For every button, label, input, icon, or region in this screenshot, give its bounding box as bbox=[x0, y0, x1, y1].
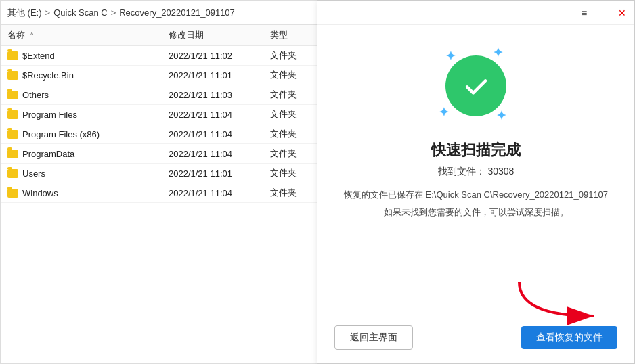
file-name: Users bbox=[22, 168, 45, 179]
table-row[interactable]: $Recycle.Bin 2022/1/21 11:01 文件夹 bbox=[1, 66, 331, 85]
file-name-cell: Program Files (x86) bbox=[7, 129, 169, 139]
menu-button[interactable]: ≡ bbox=[579, 7, 590, 18]
folder-icon bbox=[7, 130, 18, 139]
app-titlebar: ≡ — ✕ bbox=[318, 1, 634, 25]
breadcrumb-folder2[interactable]: Recovery_20220121_091107 bbox=[119, 7, 235, 18]
col-name[interactable]: 名称 ^ bbox=[7, 29, 169, 41]
file-modified: 2022/1/21 11:03 bbox=[169, 90, 270, 100]
table-row[interactable]: Program Files 2022/1/21 11:04 文件夹 bbox=[1, 105, 331, 124]
file-type: 文件夹 bbox=[270, 49, 324, 62]
file-modified: 2022/1/21 11:04 bbox=[169, 188, 270, 198]
folder-icon bbox=[7, 169, 18, 178]
file-name: $Extend bbox=[22, 51, 55, 61]
file-name-cell: Users bbox=[7, 168, 169, 179]
file-type: 文件夹 bbox=[270, 89, 324, 101]
file-modified: 2022/1/21 11:04 bbox=[169, 129, 270, 139]
file-table: 名称 ^ 修改日期 类型 $Extend 2022/1/21 11:02 文件夹… bbox=[1, 25, 331, 363]
app-footer: 返回主界面 查看恢复的文件 bbox=[318, 315, 634, 363]
checkmark-container: ✦ ✦ ✦ ✦ bbox=[435, 45, 517, 127]
table-row[interactable]: Users 2022/1/21 11:01 文件夹 bbox=[1, 164, 331, 183]
file-name: Program Files bbox=[22, 110, 77, 120]
table-row[interactable]: ProgramData 2022/1/21 11:04 文件夹 bbox=[1, 144, 331, 164]
table-row[interactable]: $Extend 2022/1/21 11:02 文件夹 bbox=[1, 46, 331, 66]
close-button[interactable]: ✕ bbox=[617, 7, 628, 18]
file-name-cell: ProgramData bbox=[7, 149, 169, 159]
file-name-cell: Program Files bbox=[7, 110, 169, 120]
found-count: 30308 bbox=[487, 166, 514, 177]
file-table-header: 名称 ^ 修改日期 类型 bbox=[1, 25, 331, 46]
file-modified: 2022/1/21 11:04 bbox=[169, 110, 270, 120]
file-name-cell: $Recycle.Bin bbox=[7, 70, 169, 81]
sort-arrow: ^ bbox=[30, 32, 34, 39]
minimize-button[interactable]: — bbox=[598, 7, 609, 18]
file-modified: 2022/1/21 11:04 bbox=[169, 149, 270, 159]
scan-complete-title: 快速扫描完成 bbox=[431, 140, 521, 160]
file-type: 文件夹 bbox=[270, 128, 324, 140]
breadcrumb-sep1: > bbox=[45, 7, 51, 18]
app-content: ✦ ✦ ✦ ✦ 快速扫描完成 找到文件： 30308 恢复的文件已保存在 E:\… bbox=[318, 25, 634, 315]
file-modified: 2022/1/21 11:01 bbox=[169, 168, 270, 179]
file-name: $Recycle.Bin bbox=[22, 70, 74, 81]
file-type: 文件夹 bbox=[270, 147, 324, 160]
col-type[interactable]: 类型 bbox=[270, 29, 324, 41]
folder-icon bbox=[7, 91, 18, 99]
file-type: 文件夹 bbox=[270, 108, 324, 120]
file-rows-container: $Extend 2022/1/21 11:02 文件夹 $Recycle.Bin… bbox=[1, 46, 331, 203]
file-type: 文件夹 bbox=[270, 69, 324, 81]
save-path-text: 恢复的文件已保存在 E:\Quick Scan C\Recovery_20220… bbox=[344, 189, 608, 201]
sparkle-2: ✦ bbox=[493, 45, 503, 60]
file-modified: 2022/1/21 11:01 bbox=[169, 70, 270, 81]
col-modified[interactable]: 修改日期 bbox=[169, 29, 270, 41]
app-panel: ≡ — ✕ ✦ ✦ ✦ ✦ 快速扫描完成 找到文件： 30308 恢复的文件已保… bbox=[317, 0, 635, 364]
file-explorer-panel: 其他 (E:) > Quick Scan C > Recovery_202201… bbox=[0, 0, 332, 364]
sparkle-3: ✦ bbox=[439, 105, 449, 120]
folder-icon bbox=[7, 110, 18, 119]
file-type: 文件夹 bbox=[270, 167, 324, 179]
file-name: Others bbox=[22, 90, 49, 100]
sparkle-1: ✦ bbox=[445, 49, 456, 64]
file-type: 文件夹 bbox=[270, 187, 324, 199]
table-row[interactable]: Others 2022/1/21 11:03 文件夹 bbox=[1, 85, 331, 105]
files-found-row: 找到文件： 30308 bbox=[438, 166, 514, 178]
back-button[interactable]: 返回主界面 bbox=[334, 325, 413, 350]
table-row[interactable]: Program Files (x86) 2022/1/21 11:04 文件夹 bbox=[1, 124, 331, 144]
folder-icon bbox=[7, 150, 18, 158]
breadcrumb: 其他 (E:) > Quick Scan C > Recovery_202201… bbox=[1, 1, 331, 25]
found-label: 找到文件： bbox=[438, 166, 485, 177]
deep-scan-hint: 如果未找到您需要的文件，可以尝试深度扫描。 bbox=[384, 206, 569, 219]
file-modified: 2022/1/21 11:02 bbox=[169, 51, 270, 61]
folder-icon bbox=[7, 71, 18, 80]
file-name-cell: Others bbox=[7, 90, 169, 100]
file-name: Program Files (x86) bbox=[22, 129, 100, 139]
sparkle-4: ✦ bbox=[496, 108, 506, 123]
breadcrumb-sep2: > bbox=[111, 7, 116, 18]
table-row[interactable]: Windows 2022/1/21 11:04 文件夹 bbox=[1, 183, 331, 203]
file-name: ProgramData bbox=[22, 149, 74, 159]
view-recovered-button[interactable]: 查看恢复的文件 bbox=[521, 326, 617, 349]
file-name: Windows bbox=[22, 188, 58, 198]
file-name-cell: $Extend bbox=[7, 51, 169, 61]
file-name-cell: Windows bbox=[7, 188, 169, 198]
breadcrumb-drive[interactable]: 其他 (E:) bbox=[7, 7, 42, 19]
success-checkmark bbox=[445, 55, 506, 116]
breadcrumb-folder1[interactable]: Quick Scan C bbox=[53, 7, 107, 18]
folder-icon bbox=[7, 51, 18, 60]
folder-icon bbox=[7, 189, 18, 198]
